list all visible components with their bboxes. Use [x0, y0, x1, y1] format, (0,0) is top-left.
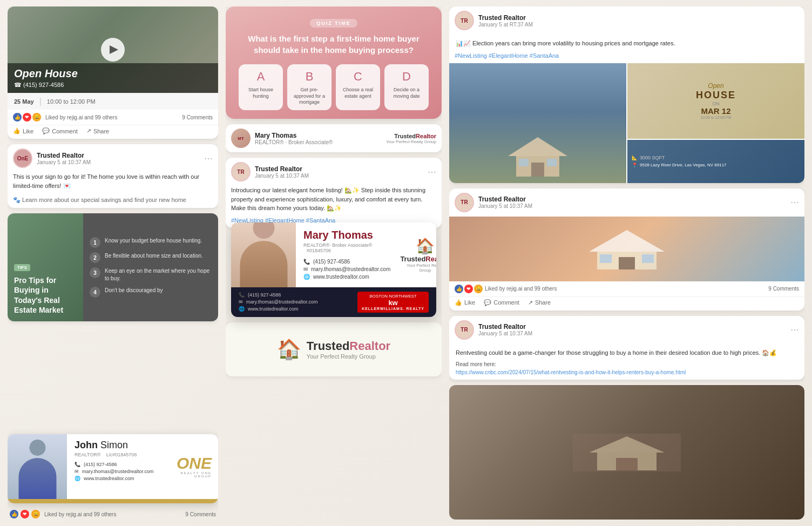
elegant-comment-btn[interactable]: 💬 Comment [484, 299, 519, 306]
tip-item-1: 1 Know your budget before house hunting. [90, 237, 212, 248]
rentvest-link[interactable]: https://www.cnbc.com/2024/07/15/what-ren… [449, 369, 804, 380]
mary-post-author: Mary Thomas [255, 132, 382, 139]
john-logo-area: ONE REALTY ONE GROUP [161, 434, 218, 499]
quiz-option-c[interactable]: C Choose a real estate agent [336, 64, 380, 110]
share-label: Share [93, 128, 109, 134]
quiz-letter-d: D [402, 70, 411, 84]
collage-main-image [449, 63, 626, 183]
share-icon-2: ↗ [528, 299, 533, 306]
share-button[interactable]: ↗ Share [86, 127, 109, 134]
john-title: REALTOR® Lic#01845706 [75, 452, 154, 457]
svg-rect-2 [531, 163, 544, 177]
mary-website-row: 🌐 www.trustedrealtor.com [303, 274, 390, 280]
business-card-footer [8, 499, 218, 503]
mary-bottom-contact: 📞 (415) 927-4586 ✉ mary.thomas@trustedre… [239, 292, 318, 312]
svg-rect-3 [519, 159, 529, 166]
election-post-header: TR Trusted Realtor January 5 at RT:37 AM [449, 6, 804, 35]
elegant-post-image [449, 217, 804, 281]
comment-button[interactable]: 💬 Comment [42, 127, 78, 134]
open-house-collage: Open HOUSE ON MAR 12 10:00 to 12:00 PM 📐… [449, 63, 804, 183]
mary-bottom-email: ✉ mary.thomas@trustedrealtor.com [239, 299, 318, 305]
tip-text-1: Know your budget before house hunting. [105, 237, 202, 245]
john-liked-text: Liked by rejig.ai and 99 others [44, 511, 183, 517]
quiz-label-c: Choose a real estate agent [339, 87, 377, 99]
open-house-badge: Open House ☎ (415) 927-4586 [8, 63, 218, 93]
elegant-like-btn[interactable]: 👍 Like [455, 299, 475, 306]
phone-icon-bottom: 📞 [239, 292, 245, 298]
election-post-hashtags[interactable]: #NewListing #ElegantHome #SantaAna [449, 52, 804, 63]
elegant-share-btn[interactable]: ↗ Share [528, 299, 551, 306]
pro-tips-card: TIPS Pro Tips for Buying in Today's Real… [8, 213, 218, 321]
post-meta: Trusted Realtor January 5 at 10:37 AM [37, 152, 200, 165]
elegant-post-body: Introducing our latest elegant home list… [226, 186, 442, 217]
svg-rect-7 [619, 257, 635, 269]
open-house-title: Open House [14, 68, 212, 80]
john-first-name: John [75, 440, 98, 450]
post-date: January 5 at 10:37 AM [37, 159, 200, 165]
open-house-time: 10:00 to 12:00 PM [47, 98, 96, 105]
bottom-house-svg [573, 434, 681, 471]
avatar: OnE [13, 149, 32, 168]
post-link[interactable]: 🐾 Learn more about our special savings a… [8, 194, 218, 208]
mary-photo [231, 222, 296, 287]
email-icon-bottom: ✉ [239, 299, 243, 305]
tr-big-icon: 🏠 [277, 338, 301, 361]
middle-column: QUIZ TIME What is the first step a first… [226, 6, 442, 520]
comment-icon: 💬 [42, 127, 50, 134]
rentvest-date: January 5 at 10:37 AM [478, 331, 786, 336]
tip-text-4: Don't be discouraged by [105, 287, 163, 294]
tr-avatar-rentvest: TR [455, 320, 474, 340]
kw-brand: KELLERWILLIAMS. REALTY [362, 307, 424, 311]
rentvest-body: Rentvesting could be a game-changer for … [449, 344, 804, 362]
elegant-right-author: Trusted Realtor [478, 195, 786, 203]
tips-left-panel: TIPS Pro Tips for Buying in Today's Real… [8, 213, 83, 321]
more-options-icon-right[interactable]: ⋯ [790, 197, 799, 207]
collage-open-house-text: Open HOUSE ON MAR 12 10:00 to 12:00 PM [627, 63, 804, 139]
tip-number-1: 1 [90, 237, 100, 248]
globe-icon: 🌐 [75, 476, 80, 481]
tip-number-2: 2 [90, 252, 100, 263]
reaction-icons: 👍 ❤ 😄 [13, 113, 41, 122]
tr-logo-sub: Your Perfect Realty Group [400, 263, 436, 273]
tr-avatar-elegant: TR [455, 193, 474, 212]
like-icon: 👍 [13, 127, 21, 134]
trusted-realtor-mini-logo: TrustedRealtor Your Perfect Realty Group [386, 133, 436, 144]
quiz-option-a[interactable]: A Start house hunting [239, 64, 283, 110]
like-reaction: 👍 [13, 113, 22, 122]
quiz-option-b[interactable]: B Get pre-approved for a mortgage [287, 64, 331, 110]
action-buttons: 👍 Like 💬 Comment ↗ Share [8, 125, 218, 139]
elegant-reactions: 👍 ❤ 😄 [455, 285, 483, 293]
election-post-date: January 5 at RT:37 AM [478, 22, 799, 28]
john-simon-business-card: John Simon REALTOR® Lic#01845706 📞 (415)… [8, 434, 218, 503]
tr-text-block: TrustedRealtor Your Perfect Realty Group [307, 339, 390, 360]
more-options-icon-rentvest[interactable]: ⋯ [790, 325, 799, 335]
like-button[interactable]: 👍 Like [13, 127, 33, 134]
elegant-comments: 9 Comments [768, 286, 799, 292]
john-email-row: ✉ mary.thomas@trustedrealtor.com [75, 469, 154, 474]
tr-logo-name: TrustedRealtor [400, 255, 436, 263]
liked-by-text: Liked by rejig.ai and 99 others [45, 114, 180, 120]
svg-marker-0 [508, 137, 567, 156]
collage-address-panel: 📐 3000 SQFT 📍 9528 Lazy River Drive, Las… [627, 140, 804, 183]
mary-title: REALTOR®· Broker Associate® #01845706 [303, 242, 390, 253]
john-name: John Simon [75, 440, 154, 451]
email-icon: ✉ [75, 469, 79, 474]
more-options-icon[interactable]: ⋯ [204, 153, 213, 164]
elegant-post-header: TR Trusted Realtor January 5 at 10:37 AM… [226, 158, 442, 186]
play-button[interactable] [101, 38, 125, 62]
bottom-house-photo [449, 385, 804, 520]
tip-number-4: 4 [90, 287, 100, 298]
right-column: TR Trusted Realtor January 5 at RT:37 AM… [449, 6, 804, 520]
more-options-icon-2[interactable]: ⋯ [428, 167, 436, 177]
quiz-option-d[interactable]: D Decide on a moving date [384, 64, 429, 110]
oh-times-text: 10:00 to 12:00 PM [696, 116, 736, 119]
trusted-realtor-logo: 🏠 TrustedRealtor Your Perfect Realty Gro… [400, 237, 436, 273]
open-house-image: Open House ☎ (415) 927-4586 [8, 6, 218, 93]
post-body: This is your sign to go for it! The home… [8, 172, 218, 194]
kw-city: BOSTON NORTHWEST [362, 294, 424, 299]
rentvest-meta: Trusted Realtor January 5 at 10:37 AM [478, 323, 786, 336]
like-reaction-2: 👍 [10, 510, 18, 518]
phone-icon-mary: 📞 [303, 259, 310, 265]
john-info: John Simon REALTOR® Lic#01845706 📞 (415)… [67, 434, 161, 499]
elegant-right-date: January 5 at 10:37 AM [478, 203, 786, 209]
